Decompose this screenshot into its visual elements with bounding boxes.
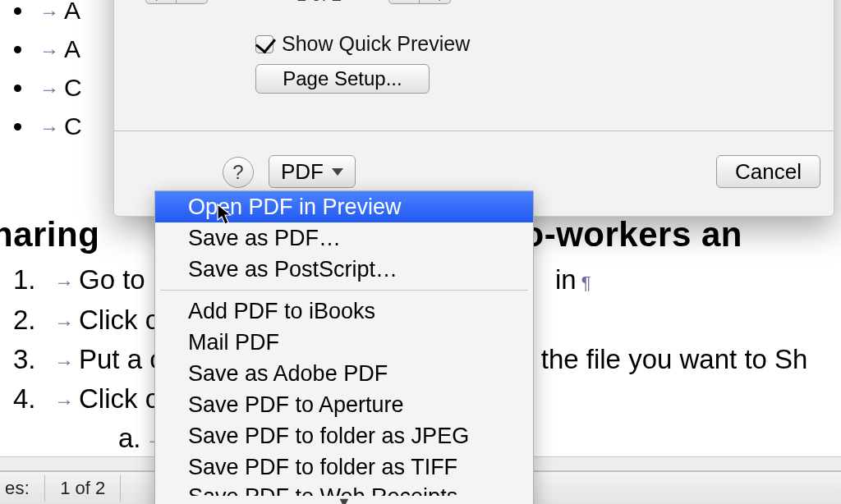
menu-separator [160, 290, 528, 291]
bullet-text: C [64, 74, 82, 101]
bullet-text: A [64, 0, 80, 24]
next-page-icon[interactable]: ▶ [388, 0, 420, 4]
tab-arrow-icon: → [54, 351, 74, 373]
status-pages: 1 of 2 [60, 478, 105, 499]
tab-arrow-icon: → [54, 311, 74, 333]
checkbox-checked-icon[interactable] [255, 35, 273, 53]
menu-item-save-pdf-aperture[interactable]: Save PDF to Aperture [155, 389, 533, 420]
help-button[interactable]: ? [223, 157, 254, 188]
menu-item-save-as-pdf[interactable]: Save as PDF… [155, 222, 533, 254]
checkbox-label: Show Quick Preview [282, 32, 470, 56]
menu-item-save-pdf-tiff[interactable]: Save PDF to folder as TIFF [155, 451, 533, 483]
help-icon: ? [232, 161, 243, 184]
show-quick-preview-checkbox[interactable]: Show Quick Preview [255, 32, 470, 56]
menu-scroll-down-icon[interactable]: ▼ [155, 496, 533, 504]
tab-arrow-icon: → [54, 271, 74, 293]
bullet-text: A [64, 35, 80, 62]
pdf-dropdown-button[interactable]: PDF [269, 155, 356, 188]
page-setup-button[interactable]: Page Setup... [255, 64, 430, 94]
tab-arrow-icon: → [39, 1, 59, 23]
prev-page-icon[interactable]: ◀ [177, 0, 208, 4]
menu-item-mail-pdf[interactable]: Mail PDF [155, 327, 533, 358]
tab-arrow-icon: → [39, 78, 59, 100]
print-dialog: |◀ ◀ 1 of 2 ▶ ▶| Show Quick Preview Page… [113, 0, 834, 217]
next-page-buttons[interactable]: ▶ ▶| [388, 0, 451, 4]
prev-page-buttons[interactable]: |◀ ◀ [145, 0, 208, 4]
doc-bullets: →A →A →C →C [25, 0, 82, 146]
last-page-icon[interactable]: ▶| [420, 0, 451, 4]
tab-arrow-icon: → [39, 117, 59, 139]
pdf-button-label: PDF [281, 159, 324, 185]
menu-item-open-pdf-preview[interactable]: Open PDF in Preview [155, 191, 533, 222]
menu-item-save-as-postscript[interactable]: Save as PostScript… [155, 254, 533, 285]
pilcrow-icon: ¶ [577, 273, 591, 293]
dialog-separator [114, 131, 834, 131]
status-label: es: [5, 478, 30, 499]
first-page-icon[interactable]: |◀ [145, 0, 177, 4]
menu-item-add-pdf-ibooks[interactable]: Add PDF to iBooks [155, 296, 533, 327]
pdf-dropdown-menu: Open PDF in Preview Save as PDF… Save as… [154, 190, 534, 504]
tab-arrow-icon: → [39, 39, 59, 62]
tab-arrow-icon: → [54, 390, 74, 412]
divider [120, 475, 121, 502]
divider [44, 475, 45, 502]
menu-item-save-pdf-jpeg[interactable]: Save PDF to folder as JPEG [155, 420, 533, 451]
bullet-text: C [64, 112, 82, 140]
preview-pager-row: |◀ ◀ 1 of 2 ▶ ▶| [114, 0, 834, 1]
chevron-down-icon [332, 168, 343, 176]
page-indicator: 1 of 2 [296, 0, 342, 6]
menu-item-save-adobe-pdf[interactable]: Save as Adobe PDF [155, 358, 533, 389]
cancel-button[interactable]: Cancel [716, 155, 820, 188]
cursor-icon [217, 204, 233, 225]
